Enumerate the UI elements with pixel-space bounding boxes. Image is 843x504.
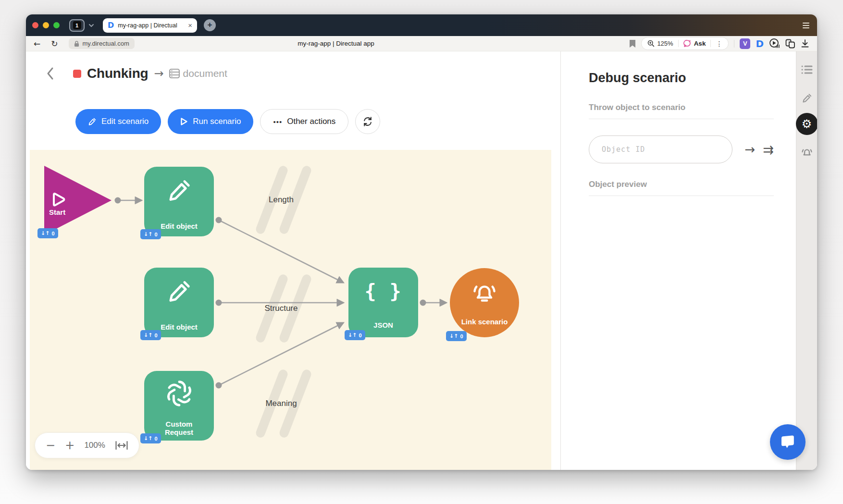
run-scenario-button[interactable]: Run scenario [168,109,253,134]
bell-icon [471,280,498,305]
throw-object-button[interactable]: → [745,142,756,157]
throw-object-section-label: Throw object to scenario [589,103,774,119]
custom-request-run-count-badge: ↓↑0 [140,433,161,443]
node-custom-request[interactable]: Custom Request [144,371,214,441]
reload-scenario-button[interactable] [355,109,380,134]
object-preview-section-label: Object preview [589,180,774,196]
throw-multiple-objects-button[interactable]: ⇉ [763,142,774,157]
magnifier-plus-icon [647,40,655,47]
directual-favicon-icon: D [108,21,114,30]
download-icon[interactable] [801,39,809,48]
browser-controls-group: 125% Ask ⋮ [641,37,729,50]
hamburger-menu-icon[interactable] [803,23,809,28]
pencil-icon [165,177,193,205]
database-icon [169,68,180,79]
zoom-window-button[interactable] [53,22,60,28]
json-run-count-badge: ↓↑0 [345,330,365,340]
extension-directual-icon[interactable]: D [756,38,764,49]
run-scenario-label: Run scenario [193,117,241,126]
tab-counter-button[interactable]: 1 [69,19,85,32]
gear-icon[interactable]: ⚙ [796,113,818,135]
scenario-status-badge [73,70,81,78]
zoom-in-button[interactable]: + [65,439,74,452]
curly-braces-icon: { } [364,280,402,302]
other-actions-button[interactable]: ••• Other actions [260,109,348,134]
arrow-right-icon: → [154,67,164,80]
refresh-icon[interactable]: ↻ [51,39,58,49]
refresh-cycle-icon [362,116,373,127]
node-link-scenario[interactable]: Link scenario [450,268,519,337]
address-field[interactable]: my.directual.com [69,38,135,49]
ask-sparkle-bubble-icon [683,39,692,48]
play-icon [180,117,188,126]
close-window-button[interactable] [32,22,38,28]
ask-label: Ask [694,40,706,47]
zoom-level-control[interactable]: 125% [647,40,673,47]
browser-tab-bar: 1 D my-rag-app | Directual × + [26,14,817,36]
scenario-canvas[interactable]: Length Structure Meaning Start ↓↑0 Edit … [30,150,551,470]
scenario-header: Chunking → document [46,66,227,81]
linked-table[interactable]: document [169,68,227,79]
debug-panel-title: Debug scenario [589,71,774,86]
zoom-out-button[interactable]: − [46,439,55,452]
new-tab-button[interactable]: + [204,19,216,31]
traffic-lights [32,22,60,28]
node-start-label: Start [49,208,65,216]
minimize-window-button[interactable] [43,22,49,28]
node-json[interactable]: { } JSON [348,268,418,337]
tab-my-rag-app[interactable]: D my-rag-app | Directual × [103,18,197,33]
edge-label-meaning: Meaning [265,399,297,408]
ellipsis-icon: ••• [273,118,282,126]
scenario-actions: Edit scenario Run scenario ••• Other act… [75,109,380,134]
node-label: Link scenario [450,318,519,326]
node-edit-object-2[interactable]: Edit object [144,268,214,337]
start-run-count-badge: ↓↑0 [37,228,58,238]
tab-title: my-rag-app | Directual [118,22,184,29]
openai-icon [164,379,194,408]
browser-window: 1 D my-rag-app | Directual × + ← ↻ my.di… [26,14,817,470]
extension-collections-icon[interactable] [785,39,795,49]
list-icon[interactable] [801,64,813,75]
domain-text: my.directual.com [83,40,129,47]
play-outline-icon [50,191,67,209]
canvas-zoom-controls: − + 100% [35,432,139,458]
back-icon[interactable]: ← [34,39,40,49]
bell-icon[interactable] [801,147,813,158]
pencil-icon [88,117,97,126]
back-chevron-icon[interactable] [46,67,54,80]
edit-object-2-run-count-badge: ↓↑0 [140,330,161,340]
pencil-icon[interactable] [801,93,813,104]
link-scenario-run-count-badge: ↓↑0 [446,331,467,341]
chevron-down-icon[interactable] [88,24,94,27]
canvas-zoom-level: 100% [84,441,105,450]
chat-bubble-icon [779,434,796,450]
scenario-title: Chunking [87,66,149,81]
ask-ai-button[interactable]: Ask [683,39,706,48]
bookmark-icon[interactable] [629,39,636,48]
extension-v-icon[interactable]: V [740,38,750,49]
edit-scenario-label: Edit scenario [101,117,149,126]
linked-table-name: document [183,68,227,79]
edge-label-structure: Structure [265,304,298,313]
page-title: my-rag-app | Directual app [266,40,406,47]
pencil-icon [165,278,193,306]
browser-url-bar: ← ↻ my.directual.com my-rag-app | Direct… [26,36,817,51]
edit-scenario-button[interactable]: Edit scenario [75,109,161,134]
fit-width-icon[interactable] [115,441,128,450]
tab-close-icon[interactable]: × [188,22,192,29]
support-chat-button[interactable] [770,424,806,460]
right-tool-strip: ⚙ [796,51,817,470]
other-actions-label: Other actions [287,117,335,126]
debug-panel: Debug scenario Throw object to scenario … [560,51,796,470]
extension-video-speed-icon[interactable] [769,38,780,49]
scenario-editor-main: Chunking → document Edit scenario Run sc… [26,51,560,470]
object-id-input[interactable] [589,135,732,163]
more-options-icon[interactable]: ⋮ [716,40,722,48]
node-edit-object-1[interactable]: Edit object [144,167,214,236]
edge-label-length: Length [269,195,294,205]
node-label: JSON [348,321,418,329]
zoom-level-value: 125% [657,40,673,47]
lock-icon [74,40,79,47]
edit-object-1-run-count-badge: ↓↑0 [140,229,161,239]
tab-count: 1 [73,21,81,29]
